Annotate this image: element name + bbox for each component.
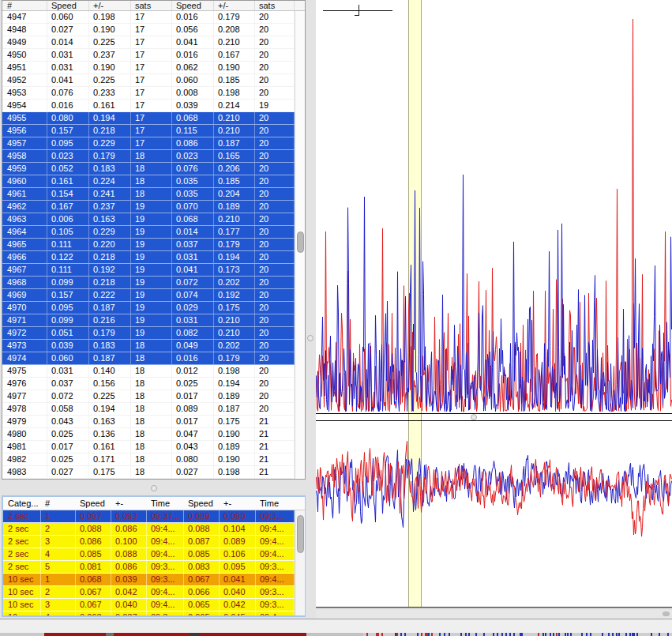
column-header[interactable]: Speed bbox=[184, 497, 220, 510]
column-header[interactable]: +/- bbox=[89, 1, 131, 10]
table-cell: 0.189 bbox=[214, 390, 255, 402]
point-table-row[interactable]: 49690.1570.222190.0740.19220 bbox=[2, 289, 295, 302]
point-table-row[interactable]: 49810.0170.161180.0430.18921 bbox=[2, 441, 295, 453]
column-header[interactable]: Categ... bbox=[3, 497, 41, 510]
table-cell: 20 bbox=[255, 188, 295, 200]
table-cell: 4978 bbox=[2, 403, 47, 415]
point-table-row[interactable]: 49820.0250.171180.0800.19021 bbox=[2, 453, 295, 466]
point-table-row[interactable]: 49570.0950.229170.0860.18720 bbox=[2, 137, 295, 150]
table-cell: 0.089 bbox=[220, 536, 256, 548]
slider-handle-icon[interactable] bbox=[359, 5, 359, 16]
point-table-row[interactable]: 49830.0270.175180.0270.19821 bbox=[2, 466, 295, 479]
column-header[interactable]: Time bbox=[147, 497, 184, 510]
chart-scrollbar[interactable] bbox=[316, 608, 672, 619]
point-table-row[interactable]: 49590.0520.183180.0760.20620 bbox=[2, 163, 295, 175]
point-table-row[interactable]: 49520.0410.225170.0600.18520 bbox=[2, 74, 295, 87]
point-table-row[interactable]: 49490.0140.225170.0410.21020 bbox=[2, 36, 295, 49]
speed-error-chart[interactable] bbox=[316, 421, 672, 607]
table-cell: 18 bbox=[131, 390, 172, 402]
point-table-row[interactable]: 49510.0310.190170.0620.19020 bbox=[2, 62, 295, 74]
strip-tick bbox=[497, 633, 498, 636]
point-table-row[interactable]: 49680.0990.218190.0720.20220 bbox=[2, 277, 295, 289]
scrollbar-thumb-icon[interactable] bbox=[297, 515, 304, 553]
results-table-row[interactable]: 10 sec30.0670.04009:4...0.0650.04209:3..… bbox=[3, 599, 295, 612]
results-table-row[interactable]: 10 sec40.0630.03709:3...0.0650.04509:4..… bbox=[3, 612, 295, 615]
table-cell: 0.154 bbox=[47, 188, 89, 200]
table-cell: 19 bbox=[131, 264, 172, 276]
splitter-knob-icon[interactable] bbox=[471, 414, 477, 420]
point-table-row[interactable]: 49730.0390.183180.0490.20220 bbox=[2, 340, 295, 352]
table-cell: 4961 bbox=[2, 188, 47, 200]
point-table-row[interactable]: 49530.0760.233170.0080.19820 bbox=[2, 87, 295, 100]
column-header[interactable]: +/- bbox=[214, 1, 255, 10]
column-header[interactable]: Time bbox=[256, 497, 295, 510]
scrollbar-thumb-icon[interactable] bbox=[297, 231, 304, 253]
column-header[interactable]: +- bbox=[220, 497, 256, 510]
point-table-row[interactable]: 49740.0600.187180.0160.17920 bbox=[2, 352, 295, 365]
table-splitter[interactable] bbox=[2, 482, 306, 495]
point-table-row[interactable]: 49630.0060.163190.0680.21020 bbox=[2, 213, 295, 226]
splitter-knob-icon[interactable] bbox=[151, 485, 157, 491]
panel-splitter[interactable] bbox=[306, 0, 316, 619]
column-header[interactable]: Speed bbox=[76, 497, 111, 510]
results-table-scrollbar[interactable] bbox=[295, 510, 305, 615]
results-table-row[interactable]: 2 sec40.0850.08809:4...0.0850.10609:4... bbox=[3, 548, 295, 561]
column-header[interactable]: sats bbox=[131, 1, 172, 10]
point-table-row[interactable]: 49790.0430.163180.0170.17521 bbox=[2, 416, 295, 428]
table-cell: 20 bbox=[255, 314, 295, 326]
point-table-row[interactable]: 49750.0310.140180.0120.19820 bbox=[2, 365, 295, 378]
point-table-row[interactable]: 49600.1610.224180.0350.18520 bbox=[2, 175, 295, 188]
strip-tick bbox=[513, 633, 515, 636]
table-cell: 4952 bbox=[2, 74, 47, 86]
splitter-knob-icon[interactable] bbox=[307, 335, 313, 341]
results-table-row[interactable]: 2 sec30.0860.10009:4...0.0870.08909:4... bbox=[3, 536, 295, 548]
strip-tick bbox=[444, 633, 445, 636]
point-table-row[interactable]: 49560.1570.218170.1150.21020 bbox=[2, 125, 295, 137]
point-table-row[interactable]: 49650.1110.220190.0370.17920 bbox=[2, 239, 295, 251]
strip-segment bbox=[114, 633, 190, 636]
table-cell: 18 bbox=[131, 175, 172, 187]
scrollbar-thumb-icon[interactable] bbox=[663, 612, 670, 616]
speed-deviation-chart[interactable] bbox=[316, 0, 672, 413]
column-header[interactable]: # bbox=[41, 497, 76, 510]
results-table-row[interactable]: 10 sec20.0670.04209:4...0.0660.04009:3..… bbox=[3, 586, 295, 599]
table-cell: 09:3... bbox=[256, 586, 295, 598]
column-header[interactable]: sats bbox=[255, 1, 295, 10]
table-cell: 0.210 bbox=[214, 213, 255, 225]
point-table-row[interactable]: 49540.0160.161170.0390.21419 bbox=[2, 100, 295, 112]
point-table-row[interactable]: 49710.0990.216190.0310.21020 bbox=[2, 314, 295, 327]
results-table-row[interactable]: 10 sec10.0680.03909:3...0.0670.04109:4..… bbox=[3, 574, 295, 586]
column-header[interactable]: Speed bbox=[172, 1, 214, 10]
point-table-row[interactable]: 49800.0250.136180.0470.19021 bbox=[2, 428, 295, 441]
results-table-row[interactable]: 2 sec50.0810.08609:3...0.0830.09509:3... bbox=[3, 561, 295, 574]
table-cell: 0.014 bbox=[172, 226, 214, 238]
point-table-row[interactable]: 49500.0310.237170.0160.16720 bbox=[2, 49, 295, 62]
column-header[interactable]: +- bbox=[111, 497, 147, 510]
strip-tick bbox=[616, 633, 618, 636]
column-header[interactable]: # bbox=[2, 1, 47, 10]
results-table-row[interactable]: 2 sec20.0880.08609:4...0.0880.10409:4... bbox=[3, 523, 295, 536]
point-table-row[interactable]: 49610.1540.241180.0350.20420 bbox=[2, 188, 295, 201]
point-table-scrollbar[interactable] bbox=[295, 11, 305, 479]
results-table-row[interactable]: 2 sec10.0970.09309:37...0.0890.09009:3..… bbox=[3, 510, 295, 523]
point-table-row[interactable]: 49720.0510.179190.0820.21020 bbox=[2, 327, 295, 340]
zoom-slider[interactable] bbox=[323, 0, 396, 19]
table-cell: 19 bbox=[131, 314, 172, 326]
point-table-row[interactable]: 49640.1050.229190.0140.17720 bbox=[2, 226, 295, 239]
table-cell: 0.225 bbox=[89, 390, 131, 402]
point-table-row[interactable]: 49580.0230.179180.0230.16520 bbox=[2, 150, 295, 163]
table-cell: 0.192 bbox=[214, 289, 255, 301]
table-cell: 0.035 bbox=[172, 175, 214, 187]
point-table-row[interactable]: 49670.1110.192190.0410.17320 bbox=[2, 264, 295, 277]
point-table-row[interactable]: 49480.0270.190170.0560.20820 bbox=[2, 24, 295, 36]
point-table-row[interactable]: 49660.1220.218190.0310.19420 bbox=[2, 251, 295, 264]
point-table-row[interactable]: 49550.0800.194170.0680.21020 bbox=[2, 112, 295, 125]
point-table-row[interactable]: 49770.0720.225180.0170.18920 bbox=[2, 390, 295, 403]
point-table-row[interactable]: 49760.0370.156180.0250.19420 bbox=[2, 378, 295, 390]
point-table-row[interactable]: 49780.0580.194180.0890.18720 bbox=[2, 403, 295, 416]
point-table-row[interactable]: 49470.0600.198170.0160.17920 bbox=[2, 11, 295, 24]
table-cell: 18 bbox=[131, 365, 172, 377]
column-header[interactable]: Speed bbox=[47, 1, 89, 10]
point-table-row[interactable]: 49620.1670.237190.0700.18920 bbox=[2, 201, 295, 213]
point-table-row[interactable]: 49700.0950.187190.0290.17520 bbox=[2, 302, 295, 314]
